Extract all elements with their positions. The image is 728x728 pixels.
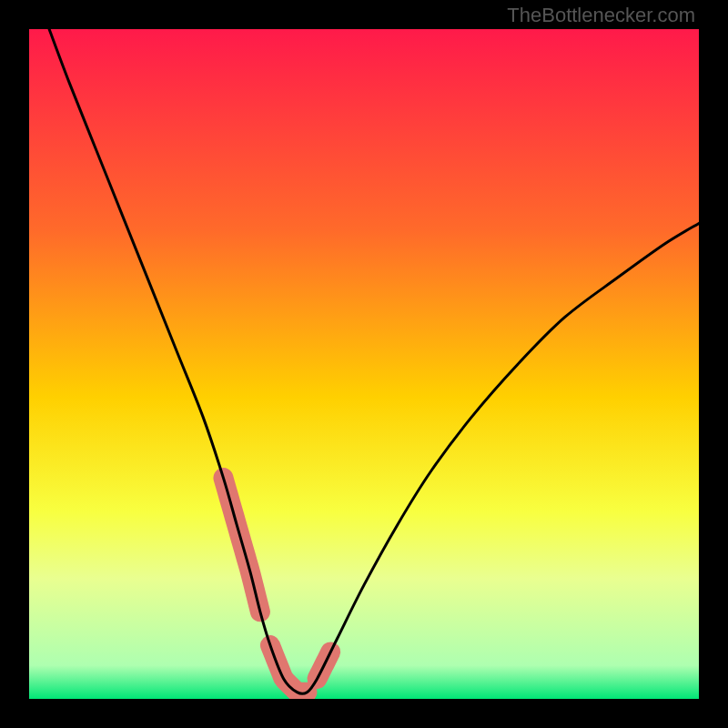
- watermark-text: TheBottlenecker.com: [507, 4, 695, 27]
- chart-svg: [29, 29, 699, 699]
- chart-background: [29, 29, 699, 699]
- chart-plot-area: [29, 29, 699, 699]
